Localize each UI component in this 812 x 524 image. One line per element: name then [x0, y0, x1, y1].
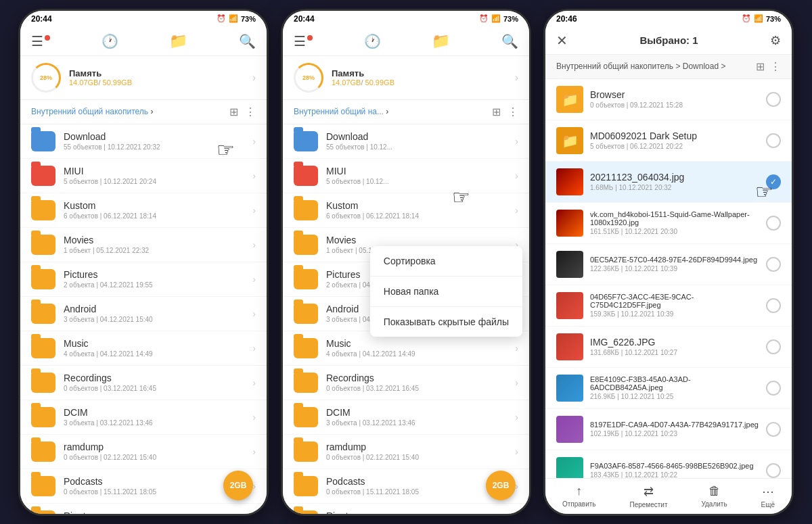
folder-name-miui-2: MIUI [326, 166, 507, 176]
folder-name-miui-1: MIUI [64, 166, 244, 176]
folder-item-kustom-2[interactable]: Kustom 6 объектов | 06.12.2021 18:14 › [283, 193, 529, 227]
file-item-img3-3[interactable]: 0EC5A27E-57C0-4428-97E4-26DF894D9944.jpe… [545, 244, 792, 285]
name-browser-3: Browser [590, 89, 759, 100]
storage-arrow-2[interactable]: › [515, 72, 518, 84]
storage-arrow-1[interactable]: › [252, 72, 256, 84]
folder-item-movies-1[interactable]: Movies 1 объект | 05.12.2021 22:32 › [20, 228, 267, 262]
context-show-hidden-2[interactable]: Показывать скрытые файлы [370, 307, 522, 337]
folder-item-dcim-1[interactable]: DCIM 3 объекта | 03.12.2021 13:46 › [20, 400, 267, 434]
close-icon-3[interactable]: ✕ [556, 32, 568, 49]
folder-item-download-1[interactable]: Download 55 объектов | 10.12.2021 20:32 … [20, 124, 267, 158]
fab-1[interactable]: 2GB [223, 471, 253, 500]
context-sort-2[interactable]: Сортировка [370, 246, 522, 277]
more-icon-3[interactable]: ⋮ [770, 60, 781, 73]
top-bar-2: ☰ 🕐 📁 🔍 [283, 27, 529, 56]
folder-arrow-miui-2: › [515, 170, 518, 181]
history-icon-1[interactable]: 🕐 [102, 33, 118, 49]
folder-info-download-2: Download 55 объектов | 10.12... [326, 131, 507, 151]
radio-img1-3[interactable]: ✓ [766, 174, 781, 189]
radio-img4-3[interactable] [766, 298, 781, 313]
radio-img7-3[interactable] [766, 422, 781, 437]
folder-item-pictures-1[interactable]: Pictures 2 объекта | 04.12.2021 19:55 › [20, 262, 267, 296]
folder-info-kustom-2: Kustom 6 объектов | 06.12.2021 18:14 [326, 200, 507, 220]
status-bar-2: 20:44 ⏰ 📶 73% [283, 11, 529, 27]
folder-meta-recordings-2: 0 объектов | 03.12.2021 16:45 [326, 385, 507, 392]
info-img3-3: 0EC5A27E-57C0-4428-97E4-26DF894D9944.jpe… [590, 256, 759, 272]
file-item-img1-3[interactable]: 20211123_064034.jpg 1.68МЬ | 10.12.2021 … [545, 162, 792, 202]
file-item-browser-3[interactable]: 📁 Browser 0 объектов | 09.12.2021 15:28 [545, 79, 792, 120]
file-item-img7-3[interactable]: 8197E1DF-CA9A-4D07-A43A-77B429A91717.jpe… [545, 409, 792, 450]
folder-item-download-2[interactable]: Download 55 объектов | 10.12... › [283, 124, 529, 158]
info-md-3: MD06092021 Dark Setup 5 объектов | 06.12… [590, 130, 759, 150]
radio-img2-3[interactable] [766, 216, 781, 231]
search-icon-2[interactable]: 🔍 [501, 33, 518, 49]
grid-icon-3[interactable]: ⊞ [756, 60, 765, 73]
name-img8-3: F9A03AF6-8587-4566-8465-998BE526B902.jpe… [590, 462, 759, 470]
hamburger-icon-2[interactable]: ☰ [294, 33, 306, 49]
storage-used-2: 14.07GB [332, 78, 361, 87]
folder-item-dcim-2[interactable]: DCIM 3 объекта | 03.12.2021 13:46 › [283, 400, 529, 434]
folder-arrow-kustom-1: › [252, 205, 256, 216]
grid-icon-2[interactable]: ⊞ [492, 105, 501, 118]
folder-item-android-1[interactable]: Android 3 объекта | 04.12.2021 15:40 › [20, 297, 267, 331]
folder-meta-android-1: 3 объекта | 04.12.2021 15:40 [64, 316, 244, 323]
fab-2[interactable]: 2GB [486, 471, 516, 500]
folder-meta-music-2: 4 объекта | 04.12.2021 14:49 [326, 350, 507, 358]
folder-icon-music-1 [31, 338, 55, 358]
folder-item-recordings-1[interactable]: Recordings 0 объектов | 03.12.2021 16:45… [20, 366, 267, 400]
folder-icon-pictures-1 [31, 269, 55, 289]
storage-circle-1: 28% [31, 63, 61, 93]
folder-name-ramdump-2: ramdump [326, 442, 507, 452]
signal-icon-2: 📶 [491, 14, 501, 23]
more-icon-2[interactable]: ⋮ [508, 105, 518, 118]
folder-item-music-1[interactable]: Music 4 объекта | 04.12.2021 14:49 › [20, 331, 267, 365]
radio-img5-3[interactable] [766, 339, 781, 354]
folder-meta-kustom-1: 6 объектов | 06.12.2021 18:14 [64, 212, 244, 220]
file-item-img5-3[interactable]: IMG_6226.JPG 131.68КБ | 10.12.2021 10:27 [545, 327, 792, 367]
top-bar-1: ☰ 🕐 📁 🔍 [20, 27, 267, 56]
folder-item-ringtones-2[interactable]: Ringtones 1 объект | 15.11.2021 18:05 › [283, 504, 529, 514]
history-icon-2[interactable]: 🕐 [364, 33, 381, 49]
grid-icon-1[interactable]: ⊞ [229, 105, 238, 118]
radio-md-3[interactable] [766, 133, 781, 148]
folder-item-ramdump-2[interactable]: ramdump 0 объектов | 02.12.2021 15:40 › [283, 435, 529, 469]
folder-info-ramdump-2: ramdump 0 объектов | 02.12.2021 15:40 [326, 442, 507, 461]
folder-meta-podcasts-1: 0 объектов | 15.11.2021 18:05 [64, 488, 244, 496]
file-item-md-3[interactable]: 📁 MD06092021 Dark Setup 5 объектов | 06.… [545, 120, 792, 161]
toolbar-more-3[interactable]: ⋯ Ещё [761, 484, 775, 508]
folder-icon-1[interactable]: 📁 [169, 32, 187, 50]
file-item-img8-3[interactable]: F9A03AF6-8587-4566-8465-998BE526B902.jpe… [545, 450, 792, 478]
file-item-img4-3[interactable]: 04D65F7C-3ACC-4E3E-9CAC-C75D4C12D5FF.jpe… [545, 285, 792, 326]
file-item-img2-3[interactable]: vk.com_hd4koboi-1511-Squid-Game-Wallpape… [545, 203, 792, 243]
radio-img3-3[interactable] [766, 257, 781, 272]
radio-img6-3[interactable] [766, 381, 781, 396]
folder-name-kustom-2: Kustom [326, 200, 507, 211]
search-icon-1[interactable]: 🔍 [239, 33, 256, 49]
hamburger-icon-1[interactable]: ☰ [31, 33, 43, 49]
folder-meta-podcasts-2: 0 объектов | 15.11.2021 18:05 [326, 488, 507, 496]
folder-icon-ringtones-1 [31, 510, 55, 514]
context-new-folder-2[interactable]: Новая папка [370, 277, 522, 307]
radio-img8-3[interactable] [766, 463, 781, 478]
name-md-3: MD06092021 Dark Setup [590, 130, 759, 141]
file-item-img6-3[interactable]: E8E4109C-F3B3-45A0-A3AD-6ADCDB842A5A.jpe… [545, 368, 792, 408]
radio-browser-3[interactable] [766, 92, 781, 107]
folder-info-music-2: Music 4 объекта | 04.12.2021 14:49 [326, 338, 507, 358]
folder-meta-pictures-1: 2 объекта | 04.12.2021 19:55 [64, 281, 244, 289]
folder-item-kustom-1[interactable]: Kustom 6 объектов | 06.12.2021 18:14 › [20, 193, 267, 227]
folder-item-miui-2[interactable]: MIUI 5 объектов | 10.12... › [283, 159, 529, 193]
folder-item-miui-1[interactable]: MIUI 5 объектов | 10.12.2021 20:24 › [20, 159, 267, 193]
folder-item-recordings-2[interactable]: Recordings 0 объектов | 03.12.2021 16:45… [283, 366, 529, 400]
toolbar-share-3[interactable]: ↑ Отправить [562, 484, 596, 508]
toolbar-delete-3[interactable]: 🗑 Удалить [701, 484, 727, 508]
folder-meta-ramdump-2: 0 объектов | 02.12.2021 15:40 [326, 454, 507, 461]
folder-icon-2[interactable]: 📁 [432, 32, 450, 50]
filter-icon-3[interactable]: ⚙ [770, 33, 781, 48]
notification-dot-2 [307, 35, 313, 41]
folder-item-ringtones-1[interactable]: Ringtones 1 объект | 15.11.2021 18:05 › [20, 504, 267, 514]
folder-info-pictures-1: Pictures 2 объекта | 04.12.2021 19:55 [64, 269, 244, 289]
folder-item-ramdump-1[interactable]: ramdump 0 объектов | 02.12.2021 15:40 › [20, 435, 267, 469]
more-icon-1[interactable]: ⋮ [245, 105, 256, 118]
path-icons-2: ⊞ ⋮ [492, 105, 518, 118]
toolbar-move-3[interactable]: ⇄ Переместит [629, 484, 667, 508]
